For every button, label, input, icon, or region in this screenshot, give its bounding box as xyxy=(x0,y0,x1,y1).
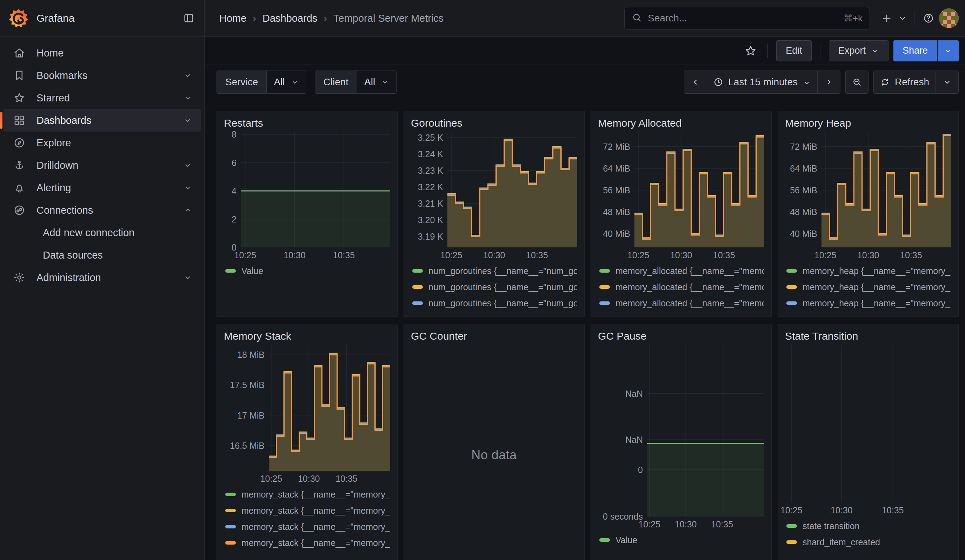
plot-region[interactable] xyxy=(647,344,764,516)
edit-button[interactable]: Edit xyxy=(776,40,812,61)
sidebar-item-bookmarks[interactable]: Bookmarks xyxy=(3,64,201,87)
panel-title[interactable]: Memory Allocated xyxy=(598,116,764,132)
plot-region[interactable] xyxy=(635,132,764,247)
sidebar-item-administration[interactable]: Administration xyxy=(3,266,201,289)
chevron-down-icon[interactable] xyxy=(183,71,192,80)
panel-title[interactable]: GC Counter xyxy=(411,329,577,344)
y-tick-label: 48 MiB xyxy=(603,207,630,217)
refresh-group: Refresh xyxy=(873,70,959,94)
search-box[interactable]: ⌘+k xyxy=(624,7,870,29)
sidebar-item-alerting[interactable]: Alerting xyxy=(3,176,201,199)
chevron-up-icon[interactable] xyxy=(183,206,192,215)
legend-item[interactable]: memory_heap {__name__="memory_h xyxy=(785,263,951,279)
legend-item[interactable]: shard_item_created xyxy=(785,534,951,550)
y-tick-label: 3.21 K xyxy=(418,199,443,209)
sidebar-item-label: Bookmarks xyxy=(36,70,183,82)
chevron-down-icon[interactable] xyxy=(183,116,192,125)
panel-title[interactable]: Goroutines xyxy=(411,116,577,132)
template-variables: Service All Client All xyxy=(216,70,396,94)
chevron-down-icon[interactable] xyxy=(183,183,192,192)
legend-item[interactable]: memory_allocated {__name__="memc xyxy=(598,279,764,295)
service-filter[interactable]: Service All xyxy=(216,70,306,94)
controls-row: Service All Client All xyxy=(204,65,965,94)
y-axis: 72 MiB64 MiB56 MiB48 MiB40 MiB xyxy=(598,132,635,247)
legend-series-marker xyxy=(225,525,236,528)
y-tick-label: 16.5 MiB xyxy=(230,440,265,451)
sidebar-item-label: Alerting xyxy=(36,182,183,194)
legend-item[interactable]: memory_heap {__name__="memory_h xyxy=(785,311,951,315)
search-input[interactable] xyxy=(648,13,844,24)
sidebar-item-explore[interactable]: Explore xyxy=(3,132,201,154)
time-back-button[interactable] xyxy=(684,70,707,94)
plot-region[interactable] xyxy=(778,344,951,503)
legend-item[interactable]: memory_stack {__name__="memory_s xyxy=(224,503,390,519)
avatar[interactable] xyxy=(939,8,959,28)
legend-series-label: memory_stack {__name__="memory_s xyxy=(241,522,390,532)
sidebar-item-starred[interactable]: Starred xyxy=(3,87,201,109)
panel-title[interactable]: Memory Heap xyxy=(785,116,951,132)
legend-item[interactable]: memory_allocated {__name__="memc xyxy=(598,311,764,315)
plot-region[interactable] xyxy=(821,132,951,247)
legend-item[interactable]: num_goroutines {__name__="num_go xyxy=(411,311,577,315)
share-chevron-button[interactable] xyxy=(938,40,959,61)
export-button-label: Export xyxy=(838,45,866,56)
y-tick-label: 2 xyxy=(232,214,237,224)
legend-item[interactable]: num_goroutines {__name__="num_go xyxy=(411,295,577,311)
chevron-down-icon[interactable] xyxy=(183,273,192,282)
legend-item[interactable]: memory_heap {__name__="memory_h xyxy=(785,279,951,295)
legend-item[interactable]: Value xyxy=(224,263,390,279)
chevron-down-icon[interactable] xyxy=(183,93,192,103)
refresh-button[interactable]: Refresh xyxy=(873,70,936,94)
refresh-interval-chevron[interactable] xyxy=(936,70,959,94)
nav-separator xyxy=(914,11,914,26)
legend: memory_stack {__name__="memory_smemory_s… xyxy=(224,486,390,551)
plot-region[interactable] xyxy=(269,344,390,471)
panel-title[interactable]: State Transition xyxy=(785,329,951,344)
add-button[interactable] xyxy=(879,11,895,26)
y-tick-label: 18 MiB xyxy=(237,350,265,360)
legend-item[interactable]: memory_allocated {__name__="memc xyxy=(598,263,764,279)
dock-menu-toggle[interactable] xyxy=(181,11,196,26)
sidebar-item-drilldown[interactable]: Drilldown xyxy=(3,154,201,176)
sidebar-item-connections[interactable]: Connections xyxy=(3,199,201,221)
star-dashboard-button[interactable] xyxy=(742,42,759,59)
add-chevron-icon[interactable] xyxy=(897,11,908,26)
client-filter[interactable]: Client All xyxy=(315,70,397,94)
panel-title[interactable]: GC Pause xyxy=(598,329,764,344)
grafana-logo-icon[interactable] xyxy=(8,8,29,28)
export-button[interactable]: Export xyxy=(829,40,888,61)
time-forward-button[interactable] xyxy=(817,70,841,94)
legend-series-label: memory_stack {__name__="memory_s xyxy=(241,538,390,548)
share-button[interactable]: Share xyxy=(893,40,937,61)
grafana-app: Grafana Home›Dashboards›Temporal Server … xyxy=(0,0,965,560)
legend-item[interactable]: memory_allocated {__name__="memc xyxy=(598,295,764,311)
legend-series-label: memory_allocated {__name__="memc xyxy=(615,298,764,309)
y-tick-label: 40 MiB xyxy=(790,229,817,239)
legend-item[interactable]: memory_stack {__name__="memory_s xyxy=(224,519,390,535)
legend-item[interactable]: memory_stack {__name__="memory_s xyxy=(224,535,390,551)
legend-item[interactable]: memory_stack {__name__="memory_s xyxy=(224,486,390,503)
legend-item[interactable]: state transition xyxy=(785,518,951,534)
panel-title[interactable]: Memory Stack xyxy=(224,329,390,344)
x-tick-label: 10:30 xyxy=(483,250,505,260)
breadcrumb-item[interactable]: Home xyxy=(219,13,246,24)
panel-title[interactable]: Restarts xyxy=(224,116,390,132)
plot-region[interactable] xyxy=(447,132,577,247)
help-icon[interactable] xyxy=(921,11,936,26)
client-filter-value[interactable]: All xyxy=(357,71,396,93)
breadcrumb-item[interactable]: Dashboards xyxy=(262,13,317,24)
panel-memory-heap: Memory Heap72 MiB64 MiB56 MiB48 MiB40 Mi… xyxy=(778,111,959,317)
zoom-out-button[interactable] xyxy=(846,70,869,94)
sidebar-item-data-sources[interactable]: Data sources xyxy=(3,244,201,266)
sidebar-item-add-new-connection[interactable]: Add new connection xyxy=(3,221,201,244)
sidebar-item-home[interactable]: Home xyxy=(3,42,201,64)
time-range-picker[interactable]: Last 15 minutes xyxy=(707,70,818,94)
legend-item[interactable]: num_goroutines {__name__="num_go xyxy=(411,263,577,279)
legend-item[interactable]: memory_heap {__name__="memory_h xyxy=(785,295,951,311)
plot-region[interactable] xyxy=(241,132,390,247)
chevron-down-icon[interactable] xyxy=(183,161,192,170)
legend-item[interactable]: Value xyxy=(598,532,764,548)
legend-item[interactable]: num_goroutines {__name__="num_go xyxy=(411,279,577,295)
service-filter-value[interactable]: All xyxy=(267,71,306,93)
sidebar-item-dashboards[interactable]: Dashboards xyxy=(3,109,201,132)
